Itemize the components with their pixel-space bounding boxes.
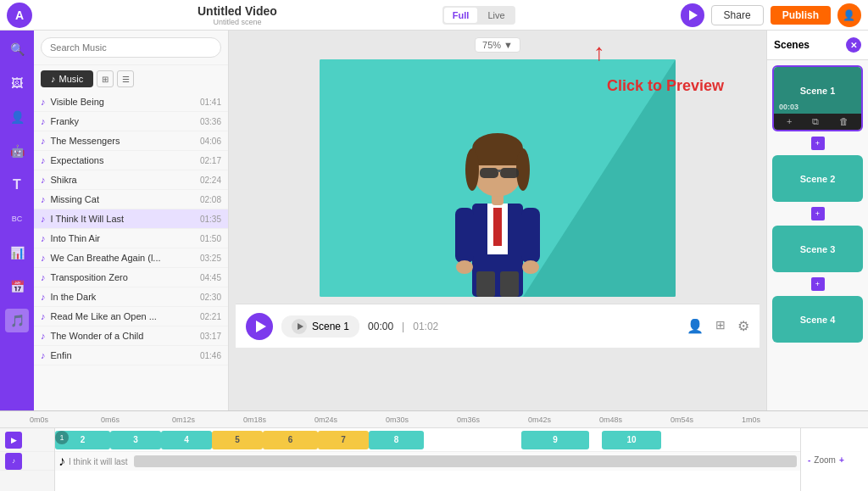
timeline-segment-10[interactable]: 10 bbox=[602, 431, 661, 449]
music-note-icon: ♪ bbox=[41, 116, 46, 126]
timeline-segment-9[interactable]: 9 bbox=[521, 431, 589, 449]
preview-hint: Click to Preview bbox=[607, 77, 724, 95]
scene-copy-icon[interactable]: ⧉ bbox=[812, 116, 819, 127]
scenes-list: Scene 1 00:03 + ⧉ 🗑 + Scene 2 + Scene 3 … bbox=[767, 60, 868, 410]
music-note-icon: ♪ bbox=[41, 175, 46, 185]
music-list-item[interactable]: ♪In the Dark02:30 bbox=[34, 287, 228, 307]
music-list-item[interactable]: ♪Transposition Zero04:45 bbox=[34, 268, 228, 287]
scene-add-icon[interactable]: + bbox=[787, 116, 792, 127]
time-separator: | bbox=[402, 321, 404, 332]
music-tab-active[interactable]: ♪ Music bbox=[41, 70, 93, 87]
sidebar-avatar-icon[interactable]: 🤖 bbox=[5, 139, 29, 163]
sidebar-character-icon[interactable]: 👤 bbox=[5, 105, 29, 129]
zoom-plus[interactable]: + bbox=[839, 455, 844, 465]
page-subtitle: Untitled scene bbox=[198, 18, 277, 26]
timeline-segments-row: 23456789101 bbox=[55, 428, 800, 452]
scene-card-4[interactable]: Scene 4 bbox=[772, 296, 863, 343]
timeline-music-label: I think it will last bbox=[69, 457, 127, 466]
zoom-label: Zoom bbox=[814, 455, 836, 465]
music-search-box bbox=[34, 31, 228, 65]
sidebar-image-icon[interactable]: 🖼 bbox=[5, 71, 29, 95]
timeline-segment-7[interactable]: 7 bbox=[318, 431, 369, 449]
music-tabs: ♪ Music ⊞ ☰ bbox=[34, 65, 228, 92]
music-list-item[interactable]: ♪Enfin01:46 bbox=[34, 346, 228, 365]
scene-add-between-0[interactable]: + bbox=[811, 137, 825, 150]
sidebar-chart-icon[interactable]: 📊 bbox=[5, 241, 29, 265]
ruler-mark: 0m6s bbox=[101, 416, 172, 424]
sidebar-bc-icon[interactable]: BC bbox=[5, 207, 29, 231]
grid-icon[interactable]: ⊞ bbox=[715, 318, 726, 334]
music-list-item[interactable]: ♪Missing Cat02:08 bbox=[34, 190, 228, 209]
music-note-icon: ♪ bbox=[41, 253, 46, 263]
music-list-item[interactable]: ♪Franky03:36 bbox=[34, 112, 228, 131]
timeline-tracks: ▶ ♪ 23456789101 ♪ I think it will last -… bbox=[0, 428, 868, 491]
playbar-icons: 👤 ⊞ ⚙ bbox=[687, 318, 749, 334]
settings-icon[interactable]: ⚙ bbox=[737, 318, 749, 334]
music-note-icon: ♪ bbox=[41, 292, 46, 302]
left-sidebar: 🔍 🖼 👤 🤖 T BC 📊 📅 🎵 bbox=[0, 31, 34, 410]
music-note-icon: ♪ bbox=[41, 331, 46, 341]
svg-rect-14 bbox=[455, 208, 474, 263]
scenes-title: Scenes bbox=[774, 39, 810, 51]
timeline-music-row: ♪ I think it will last bbox=[55, 452, 800, 471]
timeline-segment-3[interactable]: 3 bbox=[110, 431, 161, 449]
scene-card-1[interactable]: Scene 1 00:03 + ⧉ 🗑 bbox=[772, 65, 863, 131]
scene-delete-icon[interactable]: 🗑 bbox=[839, 116, 849, 127]
music-list-item[interactable]: ♪Expectations02:17 bbox=[34, 151, 228, 170]
music-list-item[interactable]: ♪The Messengers04:06 bbox=[34, 131, 228, 151]
svg-rect-3 bbox=[476, 271, 495, 297]
zoom-minus[interactable]: - bbox=[808, 455, 810, 465]
scene-label: Scene 1 bbox=[312, 321, 349, 332]
scene-card-3[interactable]: Scene 3 bbox=[772, 226, 863, 272]
zoom-indicator[interactable]: 75% ▼ bbox=[475, 37, 520, 53]
preview-play-button[interactable] bbox=[681, 3, 704, 27]
tab-full[interactable]: Full bbox=[444, 8, 478, 23]
timeline-track-video[interactable]: ▶ bbox=[0, 428, 54, 452]
music-tab-icon-2[interactable]: ☰ bbox=[117, 70, 134, 87]
scene-play-icon[interactable] bbox=[292, 319, 307, 334]
sidebar-calendar-icon[interactable]: 📅 bbox=[5, 275, 29, 299]
music-list-item[interactable]: ♪The Wonder of a Child03:17 bbox=[34, 326, 228, 346]
music-list-item[interactable]: ♪I Think It Will Last01:35 bbox=[34, 209, 228, 229]
timeline-music-icon: ♪ bbox=[5, 453, 22, 470]
timeline-track-music[interactable]: ♪ bbox=[0, 452, 54, 471]
svg-point-10 bbox=[516, 148, 530, 191]
person-icon[interactable]: 👤 bbox=[687, 318, 704, 334]
scene-add-between-1[interactable]: + bbox=[811, 207, 825, 220]
play-button[interactable] bbox=[246, 313, 273, 340]
svg-point-16 bbox=[456, 260, 473, 274]
share-button[interactable]: Share bbox=[711, 5, 764, 25]
search-input[interactable] bbox=[41, 37, 221, 58]
scene-label-4: Scene 4 bbox=[800, 315, 836, 325]
music-tab-icon-1[interactable]: ⊞ bbox=[97, 70, 114, 87]
scene-label-3: Scene 3 bbox=[800, 244, 836, 254]
svg-rect-8 bbox=[472, 148, 523, 165]
music-note-icon: ♪ bbox=[41, 233, 46, 243]
scene-add-between-2[interactable]: + bbox=[811, 277, 825, 291]
timeline-segment-8[interactable]: 8 bbox=[369, 431, 424, 449]
music-list-item[interactable]: ♪Shikra02:24 bbox=[34, 170, 228, 190]
music-list-item[interactable]: ♪Read Me Like an Open ...02:21 bbox=[34, 307, 228, 326]
scenes-close-button[interactable]: ✕ bbox=[846, 37, 861, 53]
timeline-segment-6[interactable]: 6 bbox=[263, 431, 318, 449]
timeline-segment-4[interactable]: 4 bbox=[161, 431, 212, 449]
music-tab-label: Music bbox=[59, 74, 84, 84]
sidebar-search-icon[interactable]: 🔍 bbox=[5, 37, 29, 61]
scene-card-2[interactable]: Scene 2 bbox=[772, 155, 863, 202]
tab-live[interactable]: Live bbox=[479, 8, 513, 23]
timeline: 0m0s0m6s0m12s0m18s0m24s0m30s0m36s0m42s0m… bbox=[0, 410, 868, 491]
view-tabs: Full Live bbox=[442, 6, 515, 25]
music-list-item[interactable]: ♪Visible Being01:41 bbox=[34, 92, 228, 112]
music-list-item[interactable]: ♪We Can Breathe Again (l...03:25 bbox=[34, 248, 228, 268]
scenes-panel: Scenes ✕ Scene 1 00:03 + ⧉ 🗑 + Scene 2 +… bbox=[766, 31, 868, 410]
music-note-icon: ♪ bbox=[41, 97, 46, 107]
publish-button[interactable]: Publish bbox=[771, 6, 831, 25]
timeline-segment-5[interactable]: 5 bbox=[212, 431, 263, 449]
ruler-mark: 0m24s bbox=[314, 416, 386, 424]
music-list-item[interactable]: ♪Into Thin Air01:50 bbox=[34, 229, 228, 248]
sidebar-music-icon[interactable]: 🎵 bbox=[5, 309, 29, 332]
music-note-small: ♪ bbox=[58, 454, 65, 469]
scenes-header: Scenes ✕ bbox=[767, 31, 868, 60]
main-area: 🔍 🖼 👤 🤖 T BC 📊 📅 🎵 ♪ Music ⊞ ☰ ♪Visible … bbox=[0, 31, 868, 410]
sidebar-text-icon[interactable]: T bbox=[5, 173, 29, 197]
